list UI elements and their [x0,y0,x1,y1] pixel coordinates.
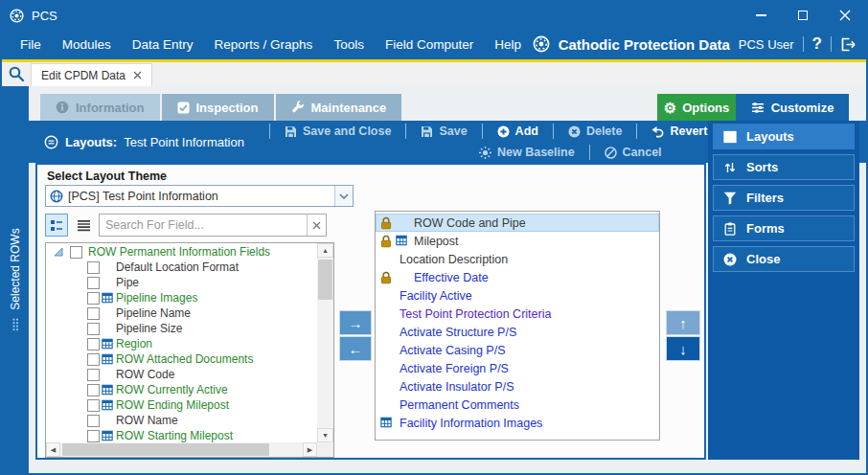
dropdown-chevron-button[interactable] [334,186,353,206]
scroll-thumb[interactable] [318,260,332,300]
checkbox[interactable] [87,323,100,335]
cancel-button[interactable]: Cancel [605,146,662,159]
logout-button[interactable] [840,37,857,52]
menu-modules[interactable]: Modules [52,37,122,52]
field-row-activate-insulator-p-s[interactable]: Activate Insulator P/S [376,377,659,396]
field-search-input[interactable] [100,215,307,236]
add-button[interactable]: Add [497,124,538,138]
field-label: Facility Active [400,289,472,303]
info-icon [56,101,69,114]
tab-information[interactable]: Information [40,94,160,121]
field-row-activate-foreign-p-s[interactable]: Activate Foreign P/S [376,359,659,377]
tab-close-icon[interactable] [133,71,142,79]
menu-help[interactable]: Help [484,37,532,52]
checkbox[interactable] [87,399,100,412]
list-view-toggle[interactable] [72,214,95,237]
selected-rows-strip[interactable]: Selected ROWs [2,86,29,473]
customize-button[interactable]: Customize [736,94,849,121]
scroll-thumb[interactable] [62,443,269,456]
grid-field-icon [102,338,113,350]
sidebar-item-sorts[interactable]: Sorts [713,154,855,180]
checkbox[interactable] [87,261,100,274]
checkbox[interactable] [87,430,100,442]
move-up-button[interactable]: ↑ [666,310,700,335]
scroll-up-button[interactable]: ▲ [317,243,333,258]
checkbox[interactable] [87,353,100,366]
menu-field-computer[interactable]: Field Computer [375,37,484,52]
tree-item-pipeline-size[interactable]: Pipeline Size [46,321,317,336]
menu-reports-graphs[interactable]: Reports / Graphs [204,37,324,52]
layout-theme-value: [PCS] Test Point Information [68,190,334,203]
checkbox[interactable] [87,307,100,320]
expander-triangle-icon[interactable] [54,247,63,257]
field-row-activate-casing-p-s[interactable]: Activate Casing P/S [376,341,659,359]
scroll-right-button[interactable]: ▶ [303,442,317,457]
field-row-activate-structure-p-s[interactable]: Activate Structure P/S [376,323,659,341]
help-button[interactable]: ? [812,34,822,54]
brand-title: Cathodic Protection Data [559,36,730,53]
tree-item-pipeline-images[interactable]: Pipeline Images [46,290,317,305]
close-button[interactable] [824,2,866,29]
delete-button[interactable]: Delete [568,124,623,138]
tree-item-region[interactable]: Region [46,336,317,351]
checkbox[interactable] [87,384,100,396]
layout-theme-dropdown[interactable]: [PCS] Test Point Information [45,185,354,207]
maximize-button[interactable] [782,2,824,29]
tree-item-row-ending-milepost[interactable]: ROW Ending Milepost [46,397,317,413]
tree-item-pipeline-name[interactable]: Pipeline Name [46,305,317,321]
field-row-facility-information-images[interactable]: Facility Information Images [376,414,659,432]
field-row-location-description[interactable]: Location Description [376,250,659,268]
revert-button[interactable]: Revert [651,124,707,138]
tree-item-default-location-format[interactable]: Default Location Format [46,260,317,275]
checkbox[interactable] [87,338,100,351]
checkbox[interactable] [70,246,82,259]
tree-view-toggle[interactable] [45,214,68,237]
toolbar-row-2: New BaselineCancel [255,142,737,163]
field-row-row-code-and-pipe[interactable]: ROW Code and Pipe [376,214,659,232]
checkbox[interactable] [87,292,100,305]
tree-item-row-code[interactable]: ROW Code [46,367,317,382]
menu-tools[interactable]: Tools [323,37,375,52]
tree-item-pipe[interactable]: Pipe [46,275,317,290]
scroll-down-button[interactable]: ▼ [317,428,333,442]
field-row-test-point-protection-criteria[interactable]: Test Point Protection Criteria [376,305,659,323]
tree-horizontal-scrollbar[interactable]: ◀ ▶ [46,442,317,457]
minimize-button[interactable] [740,2,782,29]
select-layout-theme-label: Select Layout Theme [47,170,167,183]
new-baseline-button[interactable]: New Baseline [479,146,575,159]
field-row-effective-date[interactable]: Effective Date [376,268,659,286]
tree-vertical-scrollbar[interactable]: ▲ ▼ [317,243,333,442]
tree-item-row-attached-documents[interactable]: ROW Attached Documents [46,351,317,367]
checkbox[interactable] [87,369,100,381]
sidebar-item-layouts[interactable]: Layouts [713,124,855,149]
sidebar-item-filters[interactable]: Filters [713,185,855,211]
checkbox[interactable] [87,277,100,289]
field-row-permanent-comments[interactable]: Permanent Comments [376,396,659,414]
tree-item-row-name[interactable]: ROW Name [46,413,317,428]
toolbar-separator [589,145,590,160]
checkbox[interactable] [87,415,100,427]
field-row-milepost[interactable]: Milepost [376,232,659,250]
move-down-button[interactable]: ↓ [666,336,700,361]
delete-icon [568,125,581,138]
field-row-facility-active[interactable]: Facility Active [376,286,659,305]
tab-inspection[interactable]: Inspection [162,94,274,121]
save-label: Save [439,124,467,138]
menu-data-entry[interactable]: Data Entry [122,37,204,52]
save-button[interactable]: Save [421,124,467,138]
add-field-button[interactable]: → [339,310,372,335]
tree-root-row[interactable]: ROW Permanent Information Fields [46,244,317,260]
options-button[interactable]: ⚙ Options [657,94,736,121]
remove-field-button[interactable]: ← [339,336,372,361]
tab-edit-cpdm-data[interactable]: Edit CPDM Data [31,63,152,86]
scroll-left-button[interactable]: ◀ [46,442,60,457]
menu-file[interactable]: File [10,37,52,52]
tree-item-row-currently-active[interactable]: ROW Currently Active [46,382,317,397]
save-and-close-button[interactable]: Save and Close [285,124,391,138]
tree-item-row-starting-milepost[interactable]: ROW Starting Milepost [46,428,317,442]
search-tabs-button[interactable] [2,62,31,86]
tab-maintenance[interactable]: Maintenance [276,94,402,121]
sidebar-item-forms[interactable]: Forms [713,215,855,241]
sidebar-item-close[interactable]: Close [713,246,855,272]
search-clear-button[interactable] [307,215,326,236]
